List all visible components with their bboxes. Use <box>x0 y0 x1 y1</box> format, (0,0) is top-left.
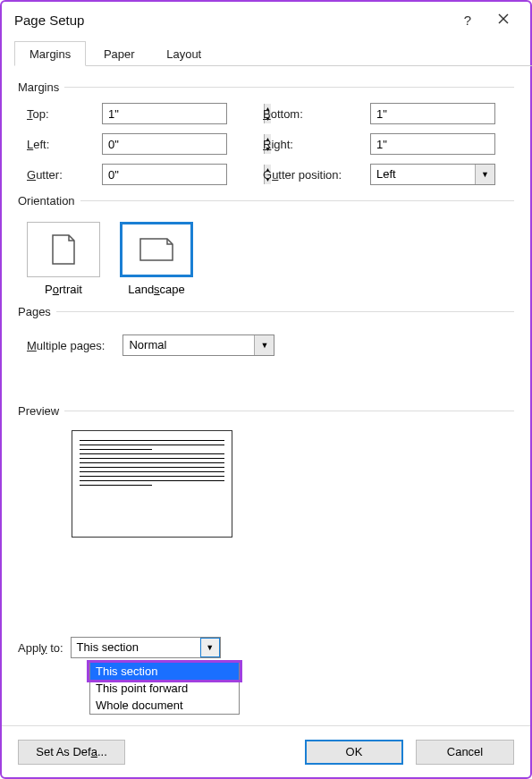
apply-to-combo[interactable]: This section ▼ <box>71 637 221 658</box>
margins-grid: Top: ▲▼ Bottom: ▲▼ Left: ▲▼ Right: ▲▼ <box>18 99 514 185</box>
tab-layout[interactable]: Layout <box>152 42 215 67</box>
help-button[interactable]: ? <box>450 13 486 28</box>
divider <box>80 200 514 201</box>
section-preview-header: Preview <box>18 404 514 418</box>
section-orientation-label: Orientation <box>18 194 75 207</box>
gutter-position-label: Gutter position: <box>263 168 370 182</box>
tab-content: Margins Top: ▲▼ Bottom: ▲▼ Left: ▲▼ Righ… <box>2 66 530 725</box>
section-margins-header: Margins <box>18 80 514 94</box>
pages-row: Multiple pages: Normal ▼ <box>18 324 514 356</box>
top-spinner[interactable]: ▲▼ <box>102 103 227 124</box>
apply-to-row: Apply to: This section ▼ <box>18 637 221 658</box>
ok-button[interactable]: OK <box>305 740 403 765</box>
tab-paper[interactable]: Paper <box>89 42 149 67</box>
gutter-spinner[interactable]: ▲▼ <box>102 164 227 185</box>
titlebar: Page Setup ? <box>2 2 530 38</box>
bottom-input[interactable] <box>371 104 532 123</box>
chevron-down-icon[interactable]: ▼ <box>200 638 220 657</box>
dialog-title: Page Setup <box>14 13 450 28</box>
left-spinner[interactable]: ▲▼ <box>102 133 227 155</box>
chevron-down-icon[interactable]: ▼ <box>254 335 274 355</box>
section-margins-label: Margins <box>18 80 59 94</box>
gutter-position-value: Left <box>371 165 475 184</box>
section-orientation-header: Orientation <box>18 194 514 207</box>
chevron-down-icon[interactable]: ▼ <box>475 165 494 184</box>
landscape-label: Landscape <box>120 283 193 296</box>
apply-option-this-section[interactable]: This section <box>90 663 239 680</box>
landscape-icon <box>120 222 193 277</box>
apply-to-label: Apply to: <box>18 641 63 655</box>
set-as-default-button[interactable]: Set As Defa... <box>18 740 125 765</box>
apply-option-whole-document[interactable]: Whole document <box>90 697 239 714</box>
divider <box>64 87 514 88</box>
left-label: Left: <box>27 138 102 151</box>
page-setup-dialog: Page Setup ? Margins Paper Layout Margin… <box>0 0 532 779</box>
right-input[interactable] <box>371 134 532 154</box>
top-input[interactable] <box>103 104 264 123</box>
gutter-position-combo[interactable]: Left ▼ <box>370 164 495 185</box>
portrait-icon <box>27 222 100 277</box>
preview-thumbnail <box>72 430 232 538</box>
cancel-button[interactable]: Cancel <box>416 740 514 765</box>
section-pages-label: Pages <box>18 305 51 318</box>
gutter-input[interactable] <box>103 165 264 184</box>
dialog-footer: Set As Defa... OK Cancel <box>2 725 530 777</box>
tab-margins[interactable]: Margins <box>14 41 86 66</box>
bottom-label: Bottom: <box>263 107 370 121</box>
divider <box>56 311 514 312</box>
apply-option-this-point-forward[interactable]: This point forward <box>90 680 239 697</box>
gutter-label: Gutter: <box>27 168 102 182</box>
orientation-landscape[interactable]: Landscape <box>120 222 193 296</box>
multiple-pages-combo[interactable]: Normal ▼ <box>122 334 274 356</box>
orientation-options: Portrait Landscape <box>18 213 514 296</box>
apply-to-value: This section <box>72 638 200 657</box>
left-input[interactable] <box>103 134 264 154</box>
portrait-label: Portrait <box>27 283 100 296</box>
apply-to-dropdown-list: This section This point forward Whole do… <box>89 662 240 715</box>
multiple-pages-value: Normal <box>123 335 254 355</box>
tab-strip: Margins Paper Layout <box>14 41 530 66</box>
multiple-pages-label: Multiple pages: <box>27 339 105 352</box>
orientation-portrait[interactable]: Portrait <box>27 222 100 296</box>
divider <box>64 411 514 411</box>
right-label: Right: <box>263 138 370 151</box>
section-pages-header: Pages <box>18 305 514 318</box>
close-button[interactable] <box>486 13 521 27</box>
section-preview-label: Preview <box>18 404 59 418</box>
top-label: Top: <box>27 107 102 121</box>
right-spinner[interactable]: ▲▼ <box>370 133 495 155</box>
bottom-spinner[interactable]: ▲▼ <box>370 103 495 124</box>
